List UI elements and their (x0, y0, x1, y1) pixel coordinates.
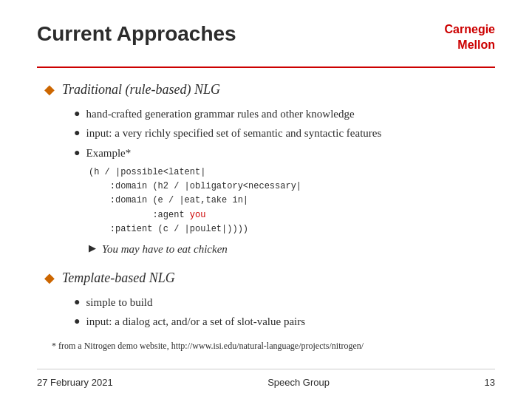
bullet-traditional: ◆ Traditional (rule-based) NLG (44, 80, 495, 100)
code-line-2: :domain (h2 / |obligatory<necessary| (89, 180, 495, 194)
sub-bullet-text-2: input: a very richly specified set of se… (86, 125, 381, 142)
sub-bullet-text-3: Example* (86, 145, 131, 162)
list-item: ● Example* (74, 145, 495, 162)
logo: Carnegie Mellon (445, 22, 495, 53)
triangle-text: You may have to eat chicken (102, 241, 228, 258)
bullet-icon-2: ● (74, 125, 80, 140)
content-area: ◆ Traditional (rule-based) NLG ● hand-cr… (37, 80, 495, 352)
bullet-icon-5: ● (74, 313, 80, 329)
list-item: ● input: a very richly specified set of … (74, 125, 495, 142)
footer-divider (37, 369, 495, 369)
orange-bullet-icon-2: ◆ (44, 268, 55, 288)
bullet-icon-4: ● (74, 294, 80, 310)
triangle-item: ▶ You may have to eat chicken (44, 241, 495, 258)
you-highlight: you (190, 210, 206, 220)
sub-bullet-text-5: input: a dialog act, and/or a set of slo… (86, 313, 305, 330)
section-traditional-label: Traditional (rule-based) NLG (62, 80, 220, 100)
footer-page: 13 (485, 377, 495, 388)
code-line-5: :patient (c / |poulet|)))) (89, 222, 495, 236)
footer-date: 27 February 2021 (37, 377, 113, 388)
footnote: * from a Nitrogen demo website, http://w… (44, 341, 495, 352)
section-template-label: Template-based NLG (62, 268, 175, 288)
footer-group: Speech Group (267, 377, 330, 388)
divider (37, 66, 495, 68)
code-line-1: (h / |possible<latent| (89, 166, 495, 180)
triangle-icon: ▶ (89, 241, 96, 256)
bullet-icon-3: ● (74, 145, 80, 160)
sub-bullet-text-1: hand-crafted generation grammar rules an… (86, 106, 354, 123)
code-line-3: :domain (e / |eat,take in| (89, 194, 495, 208)
code-block: (h / |possible<latent| :domain (h2 / |ob… (44, 166, 495, 236)
bullet-template: ◆ Template-based NLG (44, 268, 495, 288)
list-item: ● hand-crafted generation grammar rules … (74, 106, 495, 123)
header: Current Approaches Carnegie Mellon (37, 22, 495, 53)
bullet-icon-1: ● (74, 106, 80, 121)
list-item: ● input: a dialog act, and/or a set of s… (74, 313, 495, 330)
section-traditional: ◆ Traditional (rule-based) NLG ● hand-cr… (44, 80, 495, 258)
template-sub-bullets: ● simple to build ● input: a dialog act,… (44, 294, 495, 330)
code-line-4: :agent you (89, 208, 495, 222)
traditional-sub-bullets: ● hand-crafted generation grammar rules … (44, 106, 495, 162)
footer: 27 February 2021 Speech Group 13 (0, 377, 532, 388)
page-title: Current Approaches (37, 22, 236, 46)
section-template: ◆ Template-based NLG ● simple to build ●… (44, 268, 495, 330)
orange-bullet-icon: ◆ (44, 80, 55, 100)
slide: Current Approaches Carnegie Mellon ◆ Tra… (0, 0, 532, 399)
list-item: ● simple to build (74, 294, 495, 311)
sub-bullet-text-4: simple to build (86, 294, 152, 311)
